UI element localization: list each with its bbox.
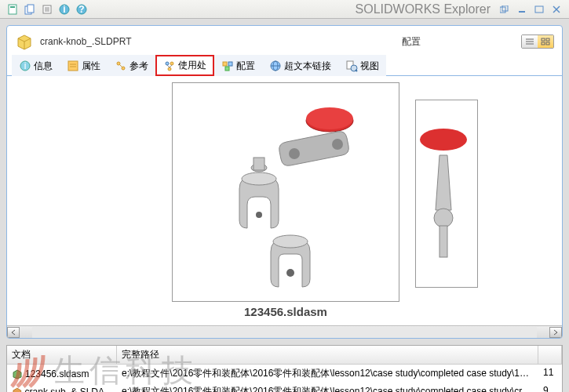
svg-point-58 [434,209,453,227]
maximize-icon[interactable] [531,2,547,16]
horizontal-scrollbar[interactable] [7,325,562,338]
view-icon [345,60,358,72]
references-icon [115,60,127,72]
svg-point-50 [332,139,343,150]
svg-point-54 [256,212,262,218]
svg-point-34 [170,62,173,65]
tab-properties[interactable]: 属性 [60,55,108,76]
properties-icon [67,60,79,72]
tab-view[interactable]: 视图 [338,55,386,76]
hyperlink-icon [269,60,282,72]
svg-rect-23 [542,42,545,45]
preview-area: 123456.sldasm [7,76,562,325]
tb-btn-3[interactable] [39,2,55,16]
svg-rect-24 [546,42,549,45]
file-name: crank-knob_.SLDPRT [40,36,396,47]
watermark: 生信科技 [8,349,198,392]
config-label: 配置 [402,35,421,49]
where-used-icon [163,60,176,72]
svg-line-36 [167,65,170,67]
view-list-button[interactable] [522,35,538,48]
minimize-icon[interactable] [514,2,530,16]
scroll-left-arrow[interactable] [7,327,20,338]
scroll-track[interactable] [32,327,537,338]
preview-thumbnail-next[interactable] [415,100,478,288]
svg-rect-53 [253,158,264,170]
config-icon [221,60,234,72]
svg-rect-3 [27,5,34,13]
tab-config[interactable]: 配置 [214,55,262,76]
svg-rect-15 [535,6,543,13]
watermark-logo-icon [8,351,47,390]
tab-info[interactable]: i信息 [12,55,60,76]
titlebar-toolbar: i ? [5,2,89,16]
scroll-right-arrow[interactable] [549,327,562,338]
close-icon[interactable] [549,2,564,16]
titlebar: i ? SOLIDWORKS Explorer [0,0,569,19]
view-thumb-button[interactable] [538,35,553,48]
col-3[interactable] [538,346,562,364]
svg-rect-1 [10,6,15,8]
svg-point-51 [242,172,276,185]
svg-rect-40 [225,67,229,71]
tab-where-used[interactable]: 使用处 [155,55,214,76]
window-controls [497,2,564,16]
svg-point-49 [289,148,300,159]
svg-point-33 [166,62,169,65]
svg-point-35 [168,67,171,71]
tab-references[interactable]: 参考 [108,55,155,76]
svg-point-56 [286,269,294,277]
main-panel: crank-knob_.SLDPRT 配置 i信息 属性 参考 使用处 配置 超… [6,25,563,339]
svg-rect-22 [546,38,549,41]
info-icon: i [19,60,31,72]
svg-rect-38 [223,62,227,66]
svg-line-37 [170,65,172,67]
preview-caption: 123456.sldasm [172,305,399,318]
tb-btn-2[interactable] [22,2,38,16]
restore-icon[interactable] [497,2,512,16]
tb-btn-help[interactable]: ? [74,2,89,16]
svg-rect-39 [228,62,232,66]
svg-rect-59 [440,226,447,257]
svg-rect-21 [542,38,545,41]
svg-text:i: i [63,4,65,15]
tb-btn-1[interactable] [5,2,20,16]
tb-btn-info[interactable]: i [57,2,72,16]
view-toggle [521,34,554,49]
tab-hyperlink[interactable]: 超文本链接 [262,55,338,76]
tab-bar: i信息 属性 参考 使用处 配置 超文本链接 视图 [7,54,562,76]
preview-thumbnail-main[interactable] [172,82,399,302]
file-header: crank-knob_.SLDPRT 配置 [7,26,562,54]
svg-rect-27 [68,61,78,71]
svg-line-32 [119,64,122,67]
part-file-icon [15,32,34,51]
svg-line-46 [356,70,357,71]
svg-rect-0 [9,5,16,14]
watermark-text: 生信科技 [53,349,198,392]
svg-point-55 [273,235,308,248]
svg-text:?: ? [78,4,84,15]
svg-text:i: i [24,60,27,71]
app-title: SOLIDWORKS Explorer [89,2,497,16]
svg-point-57 [420,129,467,151]
svg-point-48 [306,107,353,129]
